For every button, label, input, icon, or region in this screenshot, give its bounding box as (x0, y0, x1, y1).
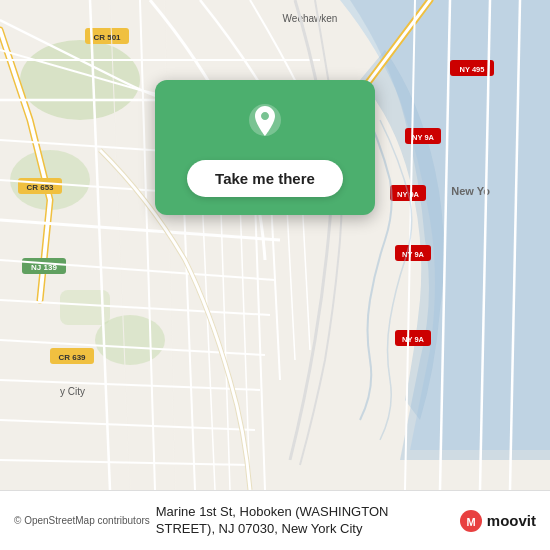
location-card: Take me there (155, 80, 375, 215)
moovit-icon: M (459, 509, 483, 533)
location-address: Marine 1st St, Hoboken (WASHINGTON STREE… (156, 504, 451, 538)
svg-text:Weehawken: Weehawken (283, 13, 338, 24)
svg-text:CR 501: CR 501 (93, 33, 121, 42)
bottom-bar: © OpenStreetMap contributors Marine 1st … (0, 490, 550, 550)
map-svg: CR 501 NY 495 NY 9A NY 9A NY 9A NY 9A CR… (0, 0, 550, 490)
osm-credit: © OpenStreetMap contributors (14, 515, 150, 526)
svg-text:NY 495: NY 495 (460, 65, 485, 74)
take-me-there-button[interactable]: Take me there (187, 160, 343, 197)
svg-text:y City: y City (60, 386, 85, 397)
map-container: CR 501 NY 495 NY 9A NY 9A NY 9A NY 9A CR… (0, 0, 550, 490)
location-pin-icon (243, 102, 287, 146)
moovit-brand-text: moovit (487, 512, 536, 529)
moovit-logo: M moovit (459, 509, 536, 533)
svg-text:NY 9A: NY 9A (412, 133, 435, 142)
svg-text:New Yo: New Yo (451, 185, 490, 197)
svg-text:CR 639: CR 639 (58, 353, 86, 362)
svg-text:M: M (466, 516, 475, 528)
svg-text:NY 9A: NY 9A (402, 335, 425, 344)
